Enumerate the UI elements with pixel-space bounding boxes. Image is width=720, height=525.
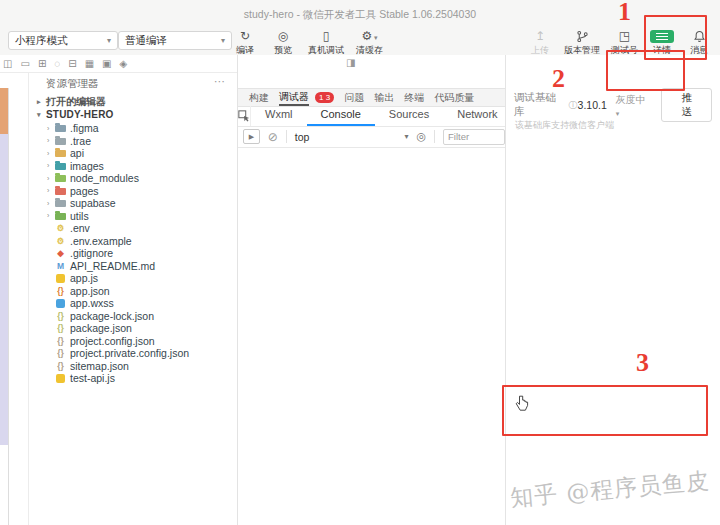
file-item-.trae[interactable]: ›.trae [29, 135, 237, 148]
md-file-icon: M [55, 261, 66, 271]
editor-tool-icon[interactable]: ▣ [102, 58, 111, 69]
divider [434, 130, 435, 143]
console-panel: ◨ 构建调试器1 3问题输出终端代码质量 WxmlConsoleSourcesN… [238, 55, 505, 525]
eye-icon[interactable]: ◎ [416, 130, 426, 143]
file-item-.gitignore[interactable]: ◆.gitignore [29, 247, 237, 260]
chevron-down-icon: ▾ [221, 36, 225, 45]
toolbar-left-actions: ↻编译◎预览▯真机调试⚙ ▾清缓存 [232, 30, 383, 57]
devtools-tab-wxml[interactable]: Wxml [251, 105, 307, 124]
compile-button[interactable]: ↻编译 [232, 30, 258, 57]
console-log-area[interactable] [238, 147, 505, 525]
version-manage-icon [576, 30, 589, 43]
editor-tool-icon[interactable]: ◌ [54, 58, 60, 69]
explorer-section[interactable]: ▸打开的编辑器 [29, 95, 237, 108]
console-tab-输出[interactable]: 输出 [374, 90, 394, 105]
editor-tool-icon[interactable]: ⊞ [38, 58, 46, 69]
gear-file-icon: ⚙ [55, 236, 66, 246]
file-item-images[interactable]: ›images [29, 160, 237, 173]
wxss-file-icon [56, 299, 65, 308]
file-item-.env[interactable]: ⚙.env [29, 222, 237, 235]
file-item-app.json[interactable]: {}app.json [29, 285, 237, 298]
console-tab-终端[interactable]: 终端 [404, 90, 424, 105]
devtools-tab-console[interactable]: Console [307, 105, 375, 126]
clear-console-icon[interactable]: ⊘ [268, 130, 278, 144]
file-explorer[interactable]: 资源管理器 ⋯ ▸打开的编辑器▾STUDY-HERO ›.figma›.trae… [28, 72, 237, 525]
device-debug-button[interactable]: ▯真机调试 [308, 30, 344, 57]
devtools-tab-network[interactable]: Network [443, 105, 511, 124]
version-manage-button[interactable]: 版本管理 [564, 30, 600, 57]
base-library-channel-select[interactable]: 灰度中 ▾ [616, 93, 652, 118]
upload-button[interactable]: ↥上传 [527, 30, 553, 57]
explorer-header: 资源管理器 ⋯ [29, 72, 237, 95]
panel-toggle-icon[interactable]: ◨ [346, 57, 355, 68]
file-item-supabase[interactable]: ›supabase [29, 197, 237, 210]
editor-tool-icon[interactable]: ◫ [3, 58, 12, 69]
devtools-tab-sources[interactable]: Sources [375, 105, 443, 124]
test-account-icon: ◳ [619, 30, 630, 43]
file-item-project.private.config.json[interactable]: {}project.private.config.json [29, 347, 237, 360]
filter-input[interactable] [443, 129, 505, 145]
divider [286, 130, 287, 143]
details-icon [650, 30, 674, 43]
context-select[interactable]: top ▾ [295, 131, 409, 143]
hand-cursor-icon [514, 395, 529, 416]
explorer-section[interactable]: ▾STUDY-HERO [29, 108, 237, 121]
file-item-.figma[interactable]: ›.figma [29, 122, 237, 135]
diamond-file-icon: ◆ [55, 248, 66, 258]
push-button[interactable]: 推送 [661, 88, 712, 122]
chevron-down-icon: ▾ [404, 132, 408, 141]
message-icon [693, 30, 706, 43]
file-item-app.js[interactable]: app.js [29, 272, 237, 285]
folder-icon [55, 213, 66, 220]
more-actions-icon[interactable]: ⋯ [214, 75, 225, 88]
editor-tool-icon[interactable]: ▦ [85, 58, 94, 69]
info-icon[interactable]: ⓘ [569, 99, 578, 112]
file-item-app.wxss[interactable]: app.wxss [29, 297, 237, 310]
editor-tool-icon[interactable]: ▭ [20, 58, 29, 69]
console-tab-代码质量[interactable]: 代码质量 [434, 90, 474, 105]
folder-icon [55, 175, 66, 182]
file-item-.env.example[interactable]: ⚙.env.example [29, 235, 237, 248]
editor-icon-toolbar: ◫▭⊞◌⊟▦▣◈ [0, 55, 237, 73]
device-debug-icon: ▯ [323, 30, 330, 43]
json-file-icon: {} [55, 311, 66, 321]
base-library-label: 调试基础库 [514, 91, 566, 119]
folder-icon [55, 150, 66, 157]
simulator-edge-body [0, 134, 8, 445]
folder-icon [55, 138, 66, 145]
chevron-down-icon: ▾ [616, 110, 620, 117]
console-tab-调试器[interactable]: 调试器 [279, 89, 309, 106]
details-button[interactable]: 详情 [649, 30, 675, 57]
annotation-step-3: 3 [636, 348, 649, 378]
editor-tool-icon[interactable]: ⊟ [68, 58, 76, 69]
file-item-project.config.json[interactable]: {}project.config.json [29, 335, 237, 348]
folder-icon [55, 200, 66, 207]
play-icon[interactable]: ▶ [243, 129, 260, 144]
file-item-API_README.md[interactable]: MAPI_README.md [29, 260, 237, 273]
json-file-icon: {} [55, 348, 66, 358]
file-item-api[interactable]: ›api [29, 147, 237, 160]
chevron-down-icon: ▾ [107, 36, 111, 45]
file-item-sitemap.json[interactable]: {}sitemap.json [29, 360, 237, 373]
file-tree: ›.figma›.trae›api›images›node_modules›pa… [29, 122, 237, 385]
file-item-pages[interactable]: ›pages [29, 185, 237, 198]
file-item-node_modules[interactable]: ›node_modules [29, 172, 237, 185]
test-account-button[interactable]: ◳测试号 [611, 30, 638, 57]
file-item-utils[interactable]: ›utils [29, 210, 237, 223]
devtools-tab-list: WxmlConsoleSourcesNetwork [251, 105, 512, 126]
base-library-version: 3.10.1 [578, 99, 607, 111]
inspect-element-icon[interactable] [238, 106, 251, 126]
file-item-package-lock.json[interactable]: {}package-lock.json [29, 310, 237, 323]
compile-icon: ↻ [240, 30, 250, 43]
editor-tool-icon[interactable]: ◈ [120, 58, 128, 69]
file-item-package.json[interactable]: {}package.json [29, 322, 237, 335]
clear-cache-button[interactable]: ⚙ ▾清缓存 [356, 30, 383, 57]
preview-button[interactable]: ◎预览 [270, 30, 296, 57]
console-tab-问题[interactable]: 问题 [344, 90, 364, 105]
compile-mode-select[interactable]: 普通编译 ▾ [118, 31, 232, 50]
message-button[interactable]: 消息 [686, 30, 712, 57]
mode-select[interactable]: 小程序模式 ▾ [8, 31, 118, 50]
file-item-test-api.js[interactable]: test-api.js [29, 372, 237, 385]
error-count-badge: 1 3 [315, 92, 334, 103]
console-tab-构建[interactable]: 构建 [249, 90, 269, 105]
